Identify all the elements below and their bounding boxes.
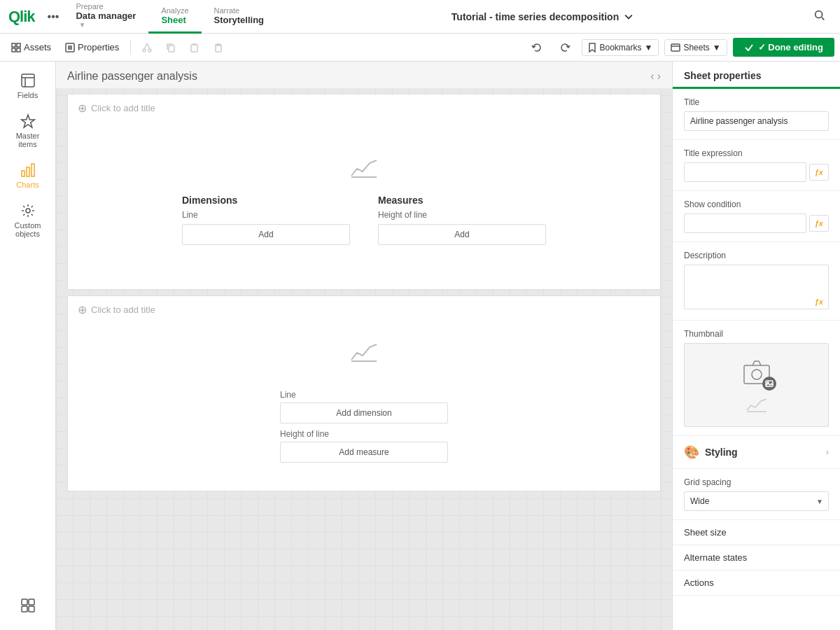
alternate-states-section: Alternate states xyxy=(673,545,840,570)
dimensions-title: Dimensions xyxy=(182,195,350,206)
sheet-nav: ‹ › xyxy=(650,70,661,83)
show-condition-label: Show condition xyxy=(684,200,829,209)
add-measure-btn-2[interactable]: Add measure xyxy=(280,442,448,463)
cut-btn[interactable] xyxy=(136,38,158,57)
svg-point-10 xyxy=(148,49,151,52)
sheet-next-btn[interactable]: › xyxy=(657,70,661,83)
svg-rect-16 xyxy=(671,44,680,51)
right-panel-header: Sheet properties xyxy=(673,62,840,89)
svg-rect-25 xyxy=(22,599,27,605)
description-label: Description xyxy=(684,251,829,260)
grid-spacing-section: Grid spacing Wide Medium Narrow ▼ xyxy=(673,469,840,520)
title-expr-fx-btn[interactable]: ƒx xyxy=(809,164,829,181)
panel2-add-title: Click to add title xyxy=(91,304,155,315)
svg-rect-3 xyxy=(12,48,15,52)
sidebar-bottom xyxy=(0,587,57,624)
edit-icon xyxy=(20,598,36,613)
height-label-2: Height of line xyxy=(280,429,448,439)
title-expression-input[interactable] xyxy=(684,162,806,182)
thumbnail-camera-wrap xyxy=(740,356,774,389)
sheet-prev-btn[interactable]: ‹ xyxy=(650,70,654,83)
tab-narrate[interactable]: Narrate Storytelling xyxy=(202,0,277,34)
properties-btn[interactable]: Properties xyxy=(59,42,125,52)
styling-row: 🎨 Styling › xyxy=(684,444,829,460)
add-measure-btn-1[interactable]: Add xyxy=(378,224,546,245)
add-dimension-btn-1[interactable]: Add xyxy=(182,224,350,245)
search-btn[interactable] xyxy=(808,4,832,29)
nav-tabs: Prepare Data manager ▼ Analyze Sheet Nar… xyxy=(63,0,276,34)
nav-right xyxy=(808,4,840,29)
height-label-1: Height of line xyxy=(378,210,546,220)
sheet-title-nav[interactable]: Tutorial - time series decomposition xyxy=(276,11,808,22)
tab-prepare[interactable]: Prepare Data manager ▼ xyxy=(63,0,148,34)
panel1-add-title: Click to add title xyxy=(91,103,155,113)
svg-rect-27 xyxy=(22,606,27,612)
master-label: Master items xyxy=(8,132,48,148)
checkmark-icon xyxy=(744,43,754,52)
paste-btn[interactable] xyxy=(184,38,205,57)
svg-rect-15 xyxy=(216,46,221,52)
title-label: Title xyxy=(684,97,829,107)
dropdown-icon xyxy=(624,13,633,21)
sidebar-item-custom[interactable]: Custom objects xyxy=(4,197,52,244)
toolbar: Assets Properties xyxy=(0,34,840,62)
sidebar-item-edit[interactable] xyxy=(4,592,52,619)
thumbnail-box[interactable] xyxy=(684,343,829,427)
charts-icon xyxy=(20,162,36,178)
svg-rect-22 xyxy=(27,167,29,176)
qlik-wordmark: Qlik xyxy=(8,8,35,26)
svg-rect-4 xyxy=(17,48,20,52)
sidebar-item-fields[interactable]: Fields xyxy=(4,67,52,105)
assets-btn[interactable]: Assets xyxy=(6,42,57,52)
svg-line-11 xyxy=(144,43,147,49)
nav-more-btn[interactable]: ••• xyxy=(43,10,64,23)
done-editing-btn[interactable]: ✓ Done editing xyxy=(733,38,834,57)
title-expression-section: Title expression ƒx xyxy=(673,140,840,191)
svg-rect-23 xyxy=(31,164,34,176)
sheet-title: Airline passenger analysis xyxy=(67,70,197,83)
delete-icon xyxy=(214,43,223,52)
sheets-btn[interactable]: Sheets ▼ xyxy=(664,39,727,56)
chart-fields-2: Line Add dimension Height of line Add me… xyxy=(280,390,448,463)
delete-btn[interactable] xyxy=(208,38,229,57)
thumbnail-chart-preview xyxy=(746,396,768,415)
styling-label: Styling xyxy=(705,447,738,458)
svg-point-24 xyxy=(26,209,30,213)
fields-label: Fields xyxy=(18,91,38,99)
panel1-header[interactable]: ⊕ Click to add title xyxy=(68,94,660,122)
redo-btn[interactable] xyxy=(554,38,576,57)
left-sidebar: Fields Master items Charts Custom object… xyxy=(0,62,56,630)
chart-content-2: Line Add dimension Height of line Add me… xyxy=(68,323,660,477)
thumbnail-line-icon xyxy=(746,396,768,413)
undo-btn[interactable] xyxy=(526,38,548,57)
sidebar-item-charts[interactable]: Charts xyxy=(4,157,52,195)
bookmarks-icon xyxy=(588,43,596,52)
chart-panel-1: ⊕ Click to add title Dimensions Line xyxy=(67,94,661,290)
image-icon xyxy=(765,380,774,387)
description-textarea[interactable] xyxy=(684,265,829,309)
styling-section[interactable]: 🎨 Styling › xyxy=(673,436,840,469)
measures-title: Measures xyxy=(378,195,546,206)
field-group-meas: Height of line Add measure xyxy=(280,429,448,463)
copy-btn[interactable] xyxy=(160,38,181,57)
show-condition-input[interactable] xyxy=(684,214,806,233)
custom-label: Custom objects xyxy=(8,221,48,238)
show-cond-fx-btn[interactable]: ƒx xyxy=(809,215,829,232)
line-chart-icon-2 xyxy=(350,337,378,368)
svg-point-0 xyxy=(816,11,822,18)
add-title-icon-2: ⊕ xyxy=(78,303,87,316)
title-expression-label: Title expression xyxy=(684,148,829,158)
grid-spacing-select[interactable]: Wide Medium Narrow xyxy=(684,491,829,511)
desc-fx-btn[interactable]: ƒx xyxy=(815,298,823,306)
sidebar-item-master[interactable]: Master items xyxy=(4,108,52,154)
chart-panel-2: ⊕ Click to add title Line Add dimension xyxy=(67,295,661,491)
bookmarks-btn[interactable]: Bookmarks ▼ xyxy=(582,39,659,56)
field-group-dim: Line Add dimension xyxy=(280,390,448,424)
sheets-icon xyxy=(671,43,680,52)
panel2-header[interactable]: ⊕ Click to add title xyxy=(68,296,660,323)
tab-analyze[interactable]: Analyze Sheet xyxy=(148,0,201,34)
master-icon xyxy=(20,113,36,129)
add-dimension-btn-2[interactable]: Add dimension xyxy=(280,402,448,424)
thumbnail-section: Thumbnail xyxy=(673,321,840,436)
title-input[interactable] xyxy=(684,111,829,131)
